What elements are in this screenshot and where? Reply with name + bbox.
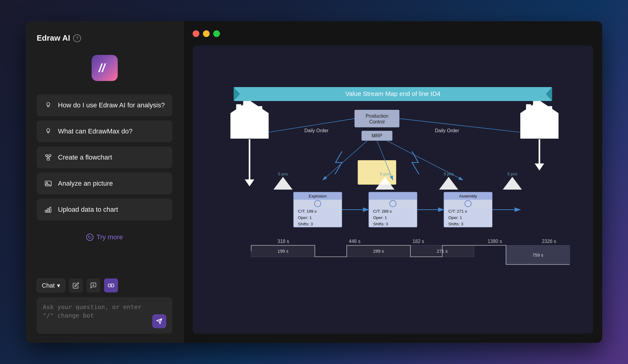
- svg-text:5 pcs: 5 pcs: [278, 172, 288, 176]
- svg-text:Daily Order: Daily Order: [304, 128, 329, 133]
- svg-point-19: [110, 285, 112, 286]
- svg-text:1380 s: 1380 s: [488, 239, 502, 244]
- menu-label-1: How do I use Edraw AI for analysis?: [58, 101, 165, 109]
- help-icon[interactable]: ?: [73, 34, 81, 42]
- svg-point-3: [47, 129, 50, 132]
- panel-header: Edraw AI ?: [37, 33, 172, 43]
- menu-item-what-can[interactable]: What can EdrawMax do?: [37, 120, 172, 142]
- svg-rect-49: [358, 160, 396, 184]
- svg-rect-14: [45, 210, 47, 212]
- settings-button[interactable]: [104, 278, 118, 292]
- svg-rect-5: [46, 155, 48, 156]
- svg-marker-59: [439, 177, 458, 190]
- factory-right: [520, 100, 559, 139]
- chart-icon: [44, 205, 52, 214]
- menu-item-how-to-use[interactable]: How do I use Edraw AI for analysis?: [37, 94, 172, 116]
- svg-text:Control: Control: [369, 119, 385, 124]
- svg-text:446 s: 446 s: [349, 239, 361, 244]
- svg-marker-57: [273, 177, 292, 190]
- svg-text:Oper: 1: Oper: 1: [373, 215, 387, 220]
- minimize-button[interactable]: [203, 30, 210, 37]
- svg-text:Assembly: Assembly: [459, 194, 477, 198]
- svg-marker-54: [245, 179, 255, 186]
- chat-input[interactable]: [43, 303, 149, 328]
- svg-text:199 s: 199 s: [278, 249, 289, 254]
- svg-rect-33: [257, 106, 262, 113]
- svg-rect-16: [49, 207, 51, 212]
- chat-mode-label: Chat: [42, 282, 55, 289]
- svg-text:Oper: 1: Oper: 1: [448, 215, 462, 220]
- lightbulb-icon-1: [44, 101, 52, 110]
- svg-text:Explosion: Explosion: [309, 194, 327, 198]
- svg-text:318 s: 318 s: [278, 239, 289, 244]
- main-window: Edraw AI ? // How do I use Edraw AI: [26, 21, 602, 343]
- menu-item-create-flowchart[interactable]: Create a flowchart: [37, 147, 172, 168]
- svg-text:5 pcs: 5 pcs: [380, 172, 390, 176]
- menu-label-3: Create a flowchart: [58, 153, 112, 161]
- bottom-toolbar: Chat ▾: [37, 278, 172, 292]
- svg-text:182 s: 182 s: [413, 239, 424, 244]
- menu-label-5: Upload data to chart: [58, 206, 118, 214]
- vsm-diagram: Value Stream Map end of line ID4: [202, 55, 584, 325]
- lightbulb-icon-2: [44, 127, 52, 136]
- maximize-button[interactable]: [213, 30, 220, 37]
- left-panel: Edraw AI ? // How do I use Edraw AI: [26, 21, 184, 343]
- svg-rect-30: [236, 104, 241, 113]
- svg-text:Production: Production: [366, 113, 388, 119]
- svg-text:Shifts: 3: Shifts: 3: [373, 222, 388, 226]
- svg-text:759 s: 759 s: [532, 253, 543, 258]
- menu-label-4: Analyze an picture: [58, 180, 113, 187]
- svg-line-48: [399, 119, 520, 132]
- menu-item-analyze-picture[interactable]: Analyze an picture: [37, 173, 172, 194]
- svg-point-13: [46, 182, 48, 184]
- svg-text:C/T: 271 s: C/T: 271 s: [448, 209, 467, 214]
- factory-left: [231, 100, 269, 139]
- svg-text:MRP: MRP: [372, 133, 382, 138]
- refresh-icon: ↻: [86, 234, 93, 241]
- menu-items: How do I use Edraw AI for analysis? What…: [37, 94, 172, 221]
- window-controls: [193, 30, 593, 37]
- send-button[interactable]: [152, 314, 166, 328]
- analyze-picture-icon: [44, 179, 52, 188]
- app-logo: //: [92, 55, 118, 81]
- svg-rect-39: [547, 106, 552, 113]
- svg-text://: //: [98, 62, 106, 74]
- right-panel: Value Stream Map end of line ID4: [184, 21, 602, 343]
- svg-text:2326 s: 2326 s: [542, 239, 556, 244]
- svg-rect-40: [355, 110, 399, 127]
- flowchart-icon: [44, 153, 52, 162]
- svg-rect-31: [243, 101, 248, 113]
- svg-rect-36: [526, 104, 531, 113]
- chat-mode-select[interactable]: Chat ▾: [37, 278, 65, 292]
- chat-edit-button[interactable]: [69, 278, 83, 292]
- svg-marker-56: [535, 163, 544, 170]
- svg-rect-76: [369, 192, 417, 200]
- svg-rect-32: [250, 104, 255, 113]
- logo-container: //: [37, 55, 172, 81]
- svg-text:C/T: 289 s: C/T: 289 s: [373, 209, 392, 214]
- menu-item-upload-data[interactable]: Upload data to chart: [37, 199, 172, 221]
- svg-rect-34: [520, 113, 559, 139]
- diagram-container: Value Stream Map end of line ID4: [193, 46, 593, 334]
- try-more-button[interactable]: ↻ Try more: [37, 230, 172, 244]
- svg-rect-15: [47, 209, 49, 212]
- menu-label-2: What can EdrawMax do?: [58, 127, 133, 135]
- svg-text:Daily Order: Daily Order: [435, 128, 459, 133]
- svg-text:289 s: 289 s: [373, 249, 384, 254]
- svg-text:5 pcs: 5 pcs: [507, 172, 517, 176]
- try-more-label: Try more: [96, 233, 123, 241]
- svg-rect-7: [47, 158, 49, 160]
- chevron-down-icon: ▾: [57, 282, 60, 289]
- svg-text:5 pcs: 5 pcs: [444, 172, 454, 176]
- svg-text:Oper: 1: Oper: 1: [298, 215, 312, 220]
- svg-marker-60: [503, 177, 522, 190]
- new-chat-button[interactable]: [86, 278, 100, 292]
- svg-rect-37: [533, 101, 538, 113]
- svg-text:Shifts: 3: Shifts: 3: [298, 222, 313, 226]
- svg-text:C/T: 199 s: C/T: 199 s: [298, 209, 317, 214]
- chat-input-area: [37, 297, 172, 334]
- svg-text:Shifts: 3: Shifts: 3: [448, 222, 463, 226]
- vsm-title: Value Stream Map end of line ID4: [345, 90, 441, 97]
- svg-point-1: [47, 103, 50, 106]
- close-button[interactable]: [193, 30, 199, 37]
